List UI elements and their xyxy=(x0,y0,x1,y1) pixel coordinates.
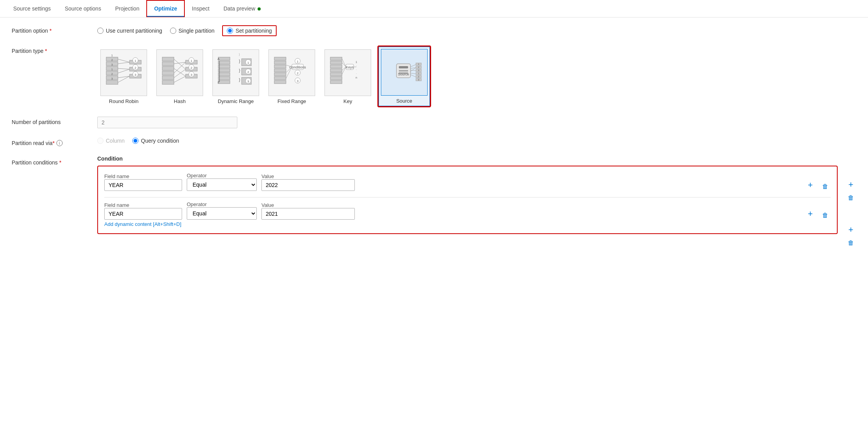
partition-option-set-radio[interactable] xyxy=(227,28,233,34)
svg-text:}: } xyxy=(239,53,240,56)
number-of-partitions-row: Number of partitions xyxy=(12,117,856,128)
partition-read-via-label: Partition read via * i xyxy=(12,138,97,146)
value-input-1[interactable] xyxy=(261,179,355,191)
partition-type-key[interactable]: Keys 1 · · · n Key xyxy=(321,46,374,107)
partition-read-via-column[interactable]: Column xyxy=(97,138,125,144)
partition-type-hash[interactable]: 1 2 3 Hash xyxy=(153,46,206,107)
field-name-input-1[interactable] xyxy=(104,179,182,191)
svg-text:Source: Source xyxy=(398,72,409,76)
fixed-range-diagram: Conditions 1 2 3 xyxy=(272,53,311,92)
delete-condition-row-2[interactable]: 🗑 xyxy=(820,211,831,220)
key-diagram: Keys 1 · · · n xyxy=(328,53,367,92)
svg-line-11 xyxy=(118,68,130,69)
partition-read-via-query-condition[interactable]: Query condition xyxy=(132,138,179,144)
partition-conditions-row: Partition conditions * Condition Field n… xyxy=(12,156,856,247)
condition-row-2: Field name Operator Equal Not Equal Grea… xyxy=(104,201,831,227)
svg-rect-73 xyxy=(274,65,286,68)
svg-text:1: 1 xyxy=(111,68,113,71)
dynamic-range-diagram: A Z } } } } 1 xyxy=(216,53,255,92)
number-of-partitions-field xyxy=(97,117,856,128)
tab-projection[interactable]: Projection xyxy=(108,1,146,16)
tab-data-preview[interactable]: Data preview xyxy=(216,1,268,16)
svg-text:1: 1 xyxy=(297,60,299,63)
partition-read-via-info-icon[interactable]: i xyxy=(56,140,63,146)
partition-option-row: Partition option * Use current partition… xyxy=(12,25,856,36)
partition-type-label: Partition type * xyxy=(12,45,97,54)
svg-text:2: 2 xyxy=(297,72,299,75)
add-dynamic-content-link[interactable]: Add dynamic content [Alt+Shift+D] xyxy=(104,221,831,227)
svg-text:·: · xyxy=(356,72,357,75)
svg-rect-30 xyxy=(162,71,174,75)
partition-option-use-current[interactable]: Use current partitioning xyxy=(97,28,162,34)
svg-rect-95 xyxy=(330,80,342,84)
partition-type-round-robin[interactable]: 1 2 3 1 2 3 1 2 3 Round xyxy=(97,46,150,107)
add-condition-row-2[interactable]: + xyxy=(805,208,815,220)
svg-line-12 xyxy=(118,69,130,73)
svg-rect-77 xyxy=(274,80,286,84)
add-condition-row-1[interactable]: + xyxy=(805,179,815,191)
svg-rect-50 xyxy=(218,65,230,68)
field-name-input-2[interactable] xyxy=(104,208,182,220)
svg-rect-72 xyxy=(274,61,286,64)
outer-delete-row-1[interactable]: 🗑 xyxy=(845,194,856,202)
svg-text:}: } xyxy=(239,68,240,73)
delete-condition-row-1[interactable]: 🗑 xyxy=(820,182,831,191)
svg-text:n: n xyxy=(356,76,357,79)
outer-delete-row-2[interactable]: 🗑 xyxy=(845,239,856,247)
svg-rect-93 xyxy=(330,73,342,76)
svg-rect-32 xyxy=(162,80,174,84)
svg-text:}: } xyxy=(239,59,240,63)
partition-read-via-radio-group: Column Query condition xyxy=(97,138,856,144)
operator-select-1[interactable]: Equal Not Equal Greater Than Less Than xyxy=(187,178,257,191)
svg-text:Z: Z xyxy=(217,80,219,84)
partition-read-via-row: Partition read via * i Column Query cond… xyxy=(12,138,856,146)
source-diagram: Source xyxy=(385,53,424,92)
partition-option-single-radio[interactable] xyxy=(170,28,176,34)
svg-text:3: 3 xyxy=(111,63,113,66)
partition-conditions-label: Partition conditions * xyxy=(12,156,97,166)
partition-read-via-column-radio[interactable] xyxy=(97,138,103,144)
value-input-2[interactable] xyxy=(261,208,355,220)
svg-text:3: 3 xyxy=(111,77,113,80)
svg-line-40 xyxy=(174,69,186,78)
svg-line-118 xyxy=(410,75,416,77)
svg-text:1: 1 xyxy=(356,61,357,63)
svg-rect-76 xyxy=(274,77,286,80)
partition-read-via-query-condition-radio[interactable] xyxy=(132,138,139,144)
svg-line-41 xyxy=(174,76,186,82)
partition-type-dynamic-range[interactable]: A Z } } } } 1 xyxy=(209,46,262,107)
partition-option-label: Partition option * xyxy=(12,25,97,34)
svg-rect-71 xyxy=(274,57,286,60)
svg-rect-54 xyxy=(218,80,230,84)
outer-add-row-1[interactable]: + xyxy=(846,179,856,191)
partition-type-fixed-range[interactable]: Conditions 1 2 3 Fixed Range xyxy=(265,46,318,107)
svg-rect-49 xyxy=(218,61,230,64)
partition-option-single[interactable]: Single partition xyxy=(170,28,215,34)
svg-rect-74 xyxy=(274,69,286,72)
number-of-partitions-input[interactable] xyxy=(97,117,237,128)
outer-add-row-2[interactable]: + xyxy=(846,224,856,236)
partition-option-use-current-radio[interactable] xyxy=(97,28,103,34)
svg-rect-52 xyxy=(218,73,230,76)
partition-read-via-field: Column Query condition xyxy=(97,138,856,144)
tab-source-options[interactable]: Source options xyxy=(58,1,108,16)
partition-type-source[interactable]: Source xyxy=(377,45,431,107)
svg-rect-31 xyxy=(162,76,174,80)
tab-inspect[interactable]: Inspect xyxy=(185,1,216,16)
tab-optimize[interactable]: Optimize xyxy=(146,0,185,17)
svg-rect-27 xyxy=(162,57,174,61)
svg-rect-51 xyxy=(218,69,230,72)
operator-select-2[interactable]: Equal Not Equal Greater Than Less Than xyxy=(187,207,257,220)
svg-rect-89 xyxy=(330,57,342,60)
partition-option-set[interactable]: Set partitioning xyxy=(222,25,276,36)
svg-rect-5 xyxy=(106,80,118,84)
svg-line-38 xyxy=(174,68,186,76)
tab-bar: Source settings Source options Projectio… xyxy=(0,0,868,17)
svg-text:2: 2 xyxy=(111,59,113,61)
number-of-partitions-label: Number of partitions xyxy=(12,117,97,125)
tab-source-settings[interactable]: Source settings xyxy=(6,1,58,16)
value-label-1: Value xyxy=(261,173,355,179)
operator-label-1: Operator xyxy=(187,173,257,178)
svg-text:3: 3 xyxy=(297,79,299,83)
partition-option-required: * xyxy=(49,28,51,34)
